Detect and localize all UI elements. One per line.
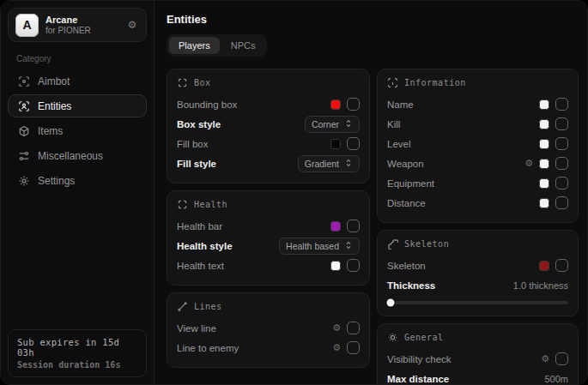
- setting-controls: ⚙: [541, 352, 568, 365]
- corner-brackets-icon: [177, 199, 188, 210]
- sub-expires-text: Sub expires in 15d 03h: [17, 337, 137, 358]
- sidebar-item-label: Items: [38, 125, 63, 137]
- setting-row-weapon: Weapon⚙: [387, 153, 568, 173]
- checkbox-kill[interactable]: [555, 117, 568, 130]
- card-health: HealthHealth barHealth styleHealth based…: [167, 190, 370, 286]
- setting-controls: Gradient: [298, 155, 360, 172]
- setting-label: View line: [177, 323, 216, 334]
- checkbox-health-bar[interactable]: [347, 220, 360, 232]
- gear-icon[interactable]: ⚙: [125, 19, 139, 31]
- checkbox-skeleton[interactable]: [555, 259, 568, 272]
- slider-handle[interactable]: [387, 299, 395, 307]
- checkbox-visibility-check[interactable]: [555, 352, 568, 365]
- app-window: A Arcane for PIONER ⚙ Category AimbotEnt…: [0, 0, 588, 385]
- color-swatch[interactable]: [539, 159, 549, 169]
- setting-controls: [539, 177, 568, 189]
- setting-label: Weapon: [387, 159, 424, 169]
- color-swatch[interactable]: [539, 178, 549, 189]
- color-swatch[interactable]: [330, 221, 341, 232]
- setting-controls: [330, 137, 360, 150]
- sidebar-item-settings[interactable]: Settings: [8, 169, 147, 192]
- setting-controls: [539, 98, 568, 111]
- color-swatch[interactable]: [330, 261, 341, 271]
- checkbox-name[interactable]: [555, 98, 568, 111]
- card-title: Skeleton: [404, 239, 449, 249]
- checkbox-health-text[interactable]: [347, 259, 360, 272]
- dropdown-health-style[interactable]: Health based: [279, 238, 360, 255]
- checkbox-fill-box[interactable]: [347, 137, 360, 150]
- setting-controls: 500m: [544, 374, 568, 384]
- tab-npcs[interactable]: NPCs: [221, 37, 265, 54]
- column-left: BoxBounding boxBox styleCornerFill boxFi…: [167, 69, 370, 375]
- dropdown-box-style[interactable]: Corner: [305, 116, 360, 133]
- setting-label: Bounding box: [177, 99, 237, 110]
- setting-controls: [539, 259, 568, 272]
- setting-controls: [330, 220, 360, 232]
- main-panel: Entities Players NPCs BoxBounding boxBox…: [155, 1, 587, 384]
- setting-controls: ⚙: [524, 157, 568, 170]
- app-title: Arcane: [45, 15, 118, 26]
- setting-label: Thickness: [387, 280, 435, 291]
- setting-label: Name: [387, 99, 414, 110]
- setting-controls: ⚙: [332, 322, 360, 334]
- setting-row-kill: Kill: [387, 114, 568, 134]
- card-title: Health: [194, 200, 227, 209]
- gear-icon[interactable]: ⚙: [332, 323, 341, 333]
- setting-label: Visibility check: [387, 354, 452, 364]
- color-swatch[interactable]: [539, 139, 549, 149]
- crosshair-icon: [17, 75, 30, 87]
- checkbox-level[interactable]: [555, 137, 568, 150]
- session-duration-text: Session duration 16s: [17, 360, 137, 370]
- card-title: Lines: [194, 302, 222, 311]
- color-swatch[interactable]: [539, 99, 549, 110]
- corner-brackets-icon: [177, 77, 188, 88]
- info-scan-icon: [387, 77, 398, 88]
- sidebar-item-miscellaneous[interactable]: Miscellaneous: [8, 144, 147, 167]
- app-subtitle: for PIONER: [45, 26, 118, 36]
- category-label: Category: [16, 54, 147, 63]
- color-swatch[interactable]: [330, 99, 341, 110]
- setting-label: Distance: [387, 198, 426, 208]
- setting-controls: [539, 117, 568, 130]
- color-swatch[interactable]: [539, 261, 549, 271]
- sidebar-item-label: Aimbot: [38, 75, 70, 87]
- checkbox-bounding-box[interactable]: [347, 98, 360, 111]
- setting-label: Equipment: [387, 178, 434, 189]
- app-logo: A: [15, 14, 39, 37]
- slider-value: 500m: [544, 374, 568, 384]
- card-header: General: [387, 332, 568, 343]
- sidebar-item-label: Settings: [38, 175, 75, 187]
- color-swatch[interactable]: [539, 119, 549, 129]
- setting-controls: [539, 137, 568, 150]
- cube-icon: [17, 124, 30, 137]
- checkbox-distance[interactable]: [555, 196, 568, 209]
- tab-bar: Players NPCs: [167, 34, 267, 57]
- unfold-icon: [344, 119, 353, 129]
- gear-icon[interactable]: ⚙: [541, 354, 549, 364]
- checkbox-equipment[interactable]: [555, 177, 568, 189]
- sidebar-item-entities[interactable]: Entities: [8, 94, 147, 117]
- gear-icon[interactable]: ⚙: [332, 343, 341, 352]
- setting-label: Kill: [387, 119, 400, 129]
- setting-row-visibility-check: Visibility check⚙: [387, 349, 568, 369]
- setting-label: Level: [387, 139, 411, 149]
- tab-players[interactable]: Players: [169, 37, 220, 54]
- bone-icon: [387, 238, 398, 250]
- color-swatch[interactable]: [330, 139, 341, 149]
- dropdown-fill-style[interactable]: Gradient: [298, 155, 360, 172]
- checkbox-line-to-enemy[interactable]: [347, 341, 360, 354]
- slider-thickness[interactable]: [387, 301, 568, 304]
- setting-label: Health style: [177, 241, 233, 251]
- sliders-icon: [17, 149, 30, 162]
- sidebar-item-items[interactable]: Items: [8, 119, 147, 142]
- gear-icon[interactable]: ⚙: [524, 159, 533, 168]
- setting-label: Max distance: [387, 374, 449, 384]
- color-swatch[interactable]: [539, 198, 549, 208]
- checkbox-weapon[interactable]: [555, 157, 568, 170]
- setting-controls: [330, 259, 360, 272]
- setting-controls: [330, 98, 360, 111]
- line-icon: [177, 301, 188, 312]
- setting-row-view-line: View line⚙: [177, 318, 360, 338]
- sidebar-item-aimbot[interactable]: Aimbot: [8, 69, 147, 93]
- checkbox-view-line[interactable]: [347, 322, 360, 334]
